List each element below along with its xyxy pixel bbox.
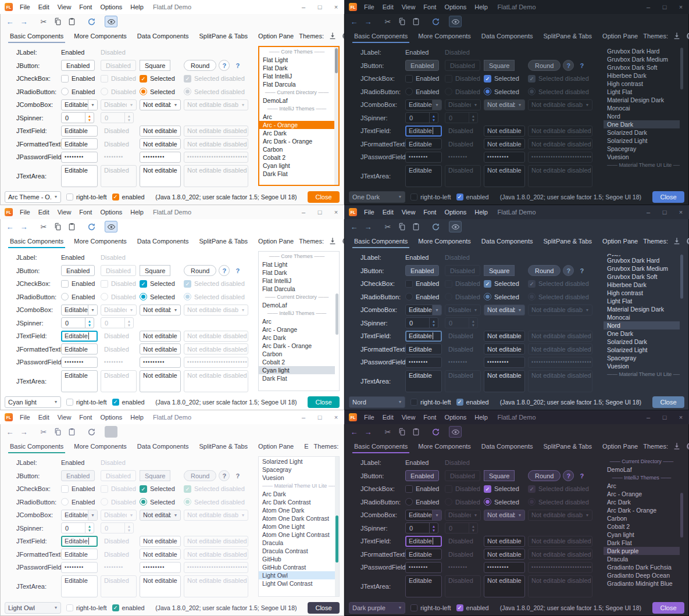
download-theme-icon[interactable]	[327, 237, 337, 246]
theme-list-item[interactable]: Gruvbox Dark Soft	[604, 63, 680, 71]
theme-list-item[interactable]: High contrast	[604, 289, 680, 297]
right-to-left-checkbox[interactable]: right-to-left	[66, 399, 107, 406]
help-button-borderless[interactable]: ?	[576, 60, 587, 71]
tab-basic-components[interactable]: Basic Components	[349, 29, 413, 43]
theme-list-item[interactable]: DemoLaf	[604, 465, 680, 474]
checkbox-enabled[interactable]: Enabled	[405, 75, 439, 83]
theme-list-item[interactable]: Hiberbee Dark	[604, 281, 680, 289]
textarea-editable[interactable]: Editable	[61, 165, 98, 187]
radio-enabled[interactable]: Enabled	[61, 498, 95, 506]
copy-icon[interactable]	[395, 16, 408, 27]
close-window-button[interactable]: ×	[328, 0, 344, 14]
radio-selected[interactable]: Selected	[140, 293, 175, 300]
close-window-button[interactable]: ×	[673, 0, 689, 14]
back-icon[interactable]: ←	[348, 221, 360, 232]
theme-list-item[interactable]: Dracula	[259, 539, 335, 547]
paste-icon[interactable]	[409, 221, 422, 232]
theme-list-item[interactable]: Gruvbox Dark Medium	[604, 264, 680, 273]
back-icon[interactable]: ←	[3, 221, 16, 232]
help-button[interactable]: ?	[563, 60, 574, 71]
theme-list-scrollbar[interactable]	[335, 457, 339, 596]
textarea-editable[interactable]: Editable	[61, 575, 98, 597]
button-round[interactable]: Round	[184, 470, 216, 481]
close-button[interactable]: Close	[308, 602, 340, 614]
theme-list-item[interactable]: Monocai	[604, 104, 680, 112]
enabled-checkbox[interactable]: enabled	[112, 604, 145, 611]
tab-basic-components[interactable]: Basic Components	[5, 234, 69, 248]
theme-list-item[interactable]: Flat Darcula	[259, 285, 335, 293]
close-button[interactable]: Close	[308, 191, 340, 203]
formattedfield-editable[interactable]: Editable	[405, 138, 442, 149]
theme-list-item[interactable]: Cyan light	[259, 366, 335, 374]
refresh-icon[interactable]	[85, 221, 98, 232]
close-button[interactable]: Close	[652, 191, 684, 203]
help-button[interactable]: ?	[563, 470, 574, 481]
theme-list-item[interactable]: Atom One Light	[259, 522, 335, 531]
back-icon[interactable]: ←	[3, 16, 16, 27]
theme-list-scrollbar[interactable]	[680, 252, 684, 391]
radio-enabled[interactable]: Enabled	[405, 88, 439, 95]
menu-file[interactable]: File	[360, 205, 379, 219]
scrollbar-thumb[interactable]	[680, 48, 683, 89]
tab-splitpane-tabs[interactable]: SplitPane & Tabs	[538, 439, 598, 453]
theme-list-item[interactable]: Cobalt 2	[259, 153, 334, 162]
radio-selected[interactable]: Selected	[140, 498, 175, 506]
tab-more-components[interactable]: More Components	[69, 439, 132, 453]
theme-list-item[interactable]: Arc	[259, 113, 334, 121]
paste-icon[interactable]	[65, 426, 78, 438]
textarea-editable[interactable]: Editable	[405, 165, 442, 187]
theme-list-item[interactable]: Hiberbee Dark	[604, 71, 680, 80]
formattedfield-editable[interactable]: Editable	[61, 549, 98, 560]
tab-splitpane-tabs[interactable]: SplitPane & Tabs	[538, 234, 598, 248]
spinner-enabled[interactable]: 0▲▼	[61, 317, 94, 328]
back-icon[interactable]: ←	[348, 426, 360, 438]
theme-list-item[interactable]: High contrast	[604, 80, 680, 88]
theme-selector-combo[interactable]: One Dark ▾	[349, 191, 405, 203]
menu-options[interactable]: Options	[440, 205, 470, 219]
theme-list-item[interactable]: Arc Dark	[604, 498, 680, 506]
theme-selector-combo[interactable]: Nord ▾	[349, 396, 405, 408]
theme-list-item[interactable]: Dracula Contrast	[259, 547, 335, 555]
theme-list-item[interactable]: Gradianto Dark Fuchsia	[604, 563, 680, 571]
menu-font[interactable]: Font	[75, 410, 96, 424]
enabled-checkbox[interactable]: enabled	[456, 604, 489, 611]
spinner-enabled[interactable]: 0▲▼	[405, 522, 438, 533]
right-to-left-checkbox[interactable]: right-to-left	[410, 399, 451, 406]
theme-list-item[interactable]: GitHub Contrast	[259, 563, 335, 571]
tab-data-components[interactable]: Data Components	[476, 439, 538, 453]
menu-view[interactable]: View	[53, 410, 76, 424]
menu-font[interactable]: Font	[419, 205, 440, 219]
theme-list-item[interactable]: Dark purple	[604, 547, 680, 555]
help-button-borderless[interactable]: ?	[576, 265, 587, 276]
help-button-borderless[interactable]: ?	[232, 265, 243, 276]
checkbox-enabled[interactable]: Enabled	[61, 280, 95, 288]
cut-icon[interactable]: ✂	[37, 16, 50, 27]
menu-edit[interactable]: Edit	[379, 410, 398, 424]
theme-list-item[interactable]: Spacegray	[259, 465, 335, 474]
passwordfield-editable[interactable]: ••••••••	[405, 562, 442, 573]
theme-list-scrollbar[interactable]	[680, 457, 684, 596]
github-icon[interactable]	[685, 442, 689, 452]
tab-option-pane[interactable]: Option Pane	[253, 439, 299, 453]
theme-list-item[interactable]: Solarized Light	[604, 346, 680, 354]
cut-icon[interactable]: ✂	[37, 221, 50, 232]
cut-icon[interactable]: ✂	[37, 426, 50, 438]
refresh-icon[interactable]	[429, 426, 442, 438]
theme-list-item[interactable]: Arc Dark	[259, 490, 335, 498]
scrollbar-thumb[interactable]	[335, 293, 338, 335]
tab-data-components[interactable]: Data Components	[132, 439, 194, 453]
refresh-icon[interactable]	[429, 16, 442, 27]
tab-partial[interactable]: E	[299, 439, 313, 453]
tab-splitpane-tabs[interactable]: SplitPane & Tabs	[194, 439, 254, 453]
theme-list-item[interactable]: Vuesion	[604, 362, 680, 370]
tab-more-components[interactable]: More Components	[69, 234, 132, 248]
help-button[interactable]: ?	[219, 265, 230, 276]
maximize-button[interactable]: □	[656, 410, 673, 424]
theme-list-item[interactable]: Material Design Dark	[604, 305, 680, 313]
close-window-button[interactable]: ×	[328, 205, 344, 219]
menu-view[interactable]: View	[398, 0, 420, 14]
combobox-editable[interactable]: Editable▾	[405, 99, 442, 110]
combobox-editable[interactable]: Editable▾	[61, 305, 98, 316]
combobox-not-editable[interactable]: Not editable▾	[484, 510, 525, 521]
tab-data-components[interactable]: Data Components	[476, 29, 538, 43]
